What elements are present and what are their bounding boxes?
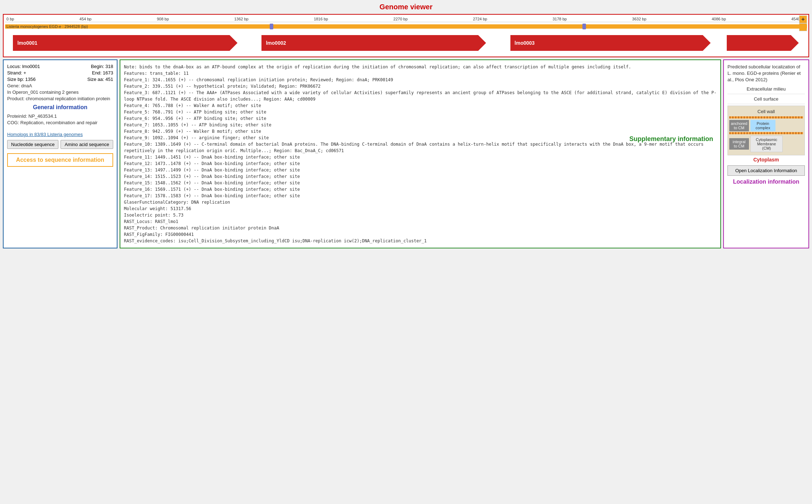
ruler-mark-5: 2270 bp	[393, 17, 408, 21]
cm-bar-bottom	[729, 132, 803, 134]
ruler-mark-1: 454 bp	[80, 17, 92, 21]
access-section: Access to sequence information	[7, 153, 113, 167]
middle-panel: Supplementary information Note: binds to…	[120, 59, 721, 248]
cm-bar-top	[729, 116, 803, 118]
localization-info-title: Localization information	[727, 179, 805, 185]
supplementary-content: Note: binds to the dnaA-box as an ATP-bo…	[124, 64, 717, 244]
strand-end-row: Strand: + End: 1673	[7, 70, 113, 76]
gene-arrow-lmo0004[interactable]	[727, 35, 791, 51]
right-panel-title: Predicted subcellular localization of L.…	[727, 64, 805, 83]
page-title: Genome viewer	[0, 0, 812, 13]
cm-region-bottom: integral to CM Cytoplasmic Membrane (CM)	[729, 136, 803, 152]
main-panels: Locus: lmo0001 Begin: 318 Strand: + End:…	[3, 59, 809, 248]
cytoplasmic-membrane-box: Cytoplasmic Membrane (CM)	[750, 136, 783, 152]
ruler: 0 bp 454 bp 908 bp 1362 bp 1816 bp 2270 …	[5, 16, 807, 22]
access-title: Access to sequence information	[11, 157, 110, 163]
anchored-to-cm-box: anchored to CM	[729, 120, 749, 131]
cytoplasmic-membrane-label: Cytoplasmic Membrane (CM)	[756, 137, 777, 150]
divider-1	[727, 94, 805, 94]
locus-label: Locus: lmo0001	[7, 64, 40, 69]
ruler-mark-0: 0 bp	[6, 17, 14, 21]
amino-acid-sequence-button[interactable]: Amino acid sequence	[61, 140, 113, 149]
open-localization-button[interactable]: Open Localization Information	[727, 165, 805, 176]
ruler-mark-3: 1362 bp	[234, 17, 249, 21]
gene-arrow-lmo0001[interactable]: lmo0001	[13, 35, 230, 51]
operon-row: In Operon_001 containing 2 genes	[7, 89, 113, 95]
cog-row: COG: Replication, recombination and repa…	[7, 120, 113, 125]
section-title-general: General information	[7, 104, 113, 111]
gene-label-lmo0002: lmo0002	[266, 40, 286, 46]
end-label: End: 1673	[92, 70, 113, 76]
sequence-buttons: Nucleotide sequence Amino acid sequence	[7, 140, 113, 149]
cell-surface-label: Cell surface	[727, 96, 805, 102]
extracellular-label: Extracellular milieu	[727, 86, 805, 92]
protein-complex-box: Protein complex	[750, 120, 775, 131]
product-row: Product: chromosomal replication initiat…	[7, 96, 113, 101]
ruler-mark-2: 908 bp	[157, 17, 169, 21]
ruler-mark-7: 3178 bp	[553, 17, 567, 21]
divider-2	[727, 104, 805, 104]
gene-arrow-lmo0002[interactable]: lmo0002	[261, 35, 478, 51]
genome-viewer: 0 bp 454 bp 908 bp 1362 bp 1816 bp 2270 …	[3, 14, 809, 57]
strand-label: Strand: +	[7, 70, 26, 76]
size-aa-label: Size aa: 451	[87, 77, 113, 82]
cell-wall-title: Cell wall	[729, 109, 803, 114]
size-bp-label: Size bp: 1356	[7, 77, 36, 82]
gene-label-lmo0003: lmo0003	[515, 40, 535, 46]
cytoplasm-label: Cytoplasm	[727, 157, 805, 163]
protein-id-row: ProteinId: NP_463534.1	[7, 113, 113, 119]
cm-region-top: anchored to CM Protein complex	[729, 120, 803, 131]
left-panel: Locus: lmo0001 Begin: 318 Strand: + End:…	[3, 59, 117, 248]
genome-bar-bg	[5, 24, 807, 29]
zoom-in-button[interactable]: +	[799, 15, 807, 23]
genome-indicator-2	[582, 24, 586, 29]
genome-indicator-1	[270, 24, 273, 29]
right-panel: Predicted subcellular localization of L.…	[723, 59, 809, 248]
ruler-mark-9: 4086 bp	[712, 17, 726, 21]
locus-begin-row: Locus: lmo0001 Begin: 318	[7, 64, 113, 69]
gene-arrow-lmo0003[interactable]: lmo0003	[510, 35, 703, 51]
sizebp-sizeaa-row: Size bp: 1356 Size aa: 451	[7, 77, 113, 82]
integral-cm-label: integral to CM	[732, 140, 745, 148]
cell-wall-box: Cell wall anchored to CM Protein complex…	[727, 106, 805, 155]
begin-label: Begin: 318	[91, 64, 113, 69]
gene-label-lmo0001: lmo0001	[17, 40, 37, 46]
homologs-link[interactable]: Homologs in 83/83 Listeria genomes	[7, 132, 113, 137]
general-info-block: Locus: lmo0001 Begin: 318 Strand: + End:…	[7, 64, 113, 101]
genome-track: Listeria monocytogenes EGD-e : 2944528 (…	[5, 23, 807, 31]
ruler-mark-6: 2724 bp	[473, 17, 487, 21]
ruler-mark-4: 1816 bp	[314, 17, 328, 21]
genome-track-label: Listeria monocytogenes EGD-e : 2944528 (…	[6, 24, 88, 29]
nucleotide-sequence-button[interactable]: Nucleotide sequence	[7, 140, 58, 149]
ruler-mark-8: 3632 bp	[632, 17, 647, 21]
gene-row: Gene: dnaA	[7, 83, 113, 88]
genes-track: lmo0001 lmo0002 lmo0003	[5, 32, 807, 54]
protein-complex-label: Protein complex	[756, 121, 770, 130]
integral-cm-box: integral to CM	[729, 138, 749, 150]
anchored-to-cm-label: anchored to CM	[731, 121, 748, 130]
